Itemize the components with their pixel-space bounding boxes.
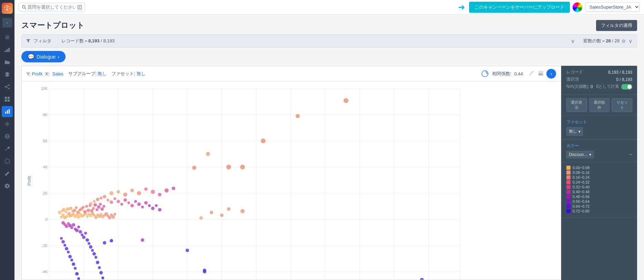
filter-apply-button[interactable]: フィルタの適用	[596, 20, 637, 31]
filter-label: フィルタ	[33, 38, 51, 44]
svg-point-16	[22, 6, 25, 8]
legend-color-swatch	[566, 170, 571, 175]
svg-point-170	[137, 203, 141, 206]
svg-point-184	[158, 193, 161, 196]
facet-select-arrow: ▾	[578, 129, 581, 134]
colorwheel-icon[interactable]	[573, 2, 582, 12]
sidebar-icon-edit[interactable]	[2, 168, 13, 179]
vars-info: 変数の数＝28 / 28	[583, 38, 620, 44]
svg-point-175	[155, 204, 158, 207]
svg-point-158	[96, 198, 99, 201]
dialogue-button[interactable]: 💬 Dialogue ›	[21, 51, 66, 62]
facet-value[interactable]: 無し	[137, 71, 146, 77]
svg-point-101	[75, 206, 78, 209]
rp-reset-button[interactable]: リセット	[612, 98, 632, 112]
svg-text:6K: 6K	[43, 139, 48, 143]
plot-toolbar: Y: Profit X: Sales サブグループ: 無し ファセット: 無し …	[22, 66, 561, 82]
x-axis-label-prefix: X:	[45, 71, 49, 76]
search-input[interactable]	[28, 4, 76, 10]
rp-na-toggle[interactable]	[621, 84, 632, 90]
legend-item: 0.16~0.24	[566, 175, 632, 179]
svg-point-134	[89, 245, 92, 249]
sidebar-icon-hexagon[interactable]	[2, 156, 13, 167]
svg-point-183	[151, 190, 155, 194]
svg-point-145	[61, 240, 65, 243]
sidebar-icon-chart[interactable]	[2, 106, 13, 117]
svg-point-193	[420, 278, 424, 280]
vars-dropdown-button[interactable]: ∨	[628, 38, 633, 44]
sidebar-icon-wrench[interactable]	[2, 143, 13, 154]
sidebar-icon-settings2[interactable]	[2, 118, 13, 129]
search-box[interactable]	[19, 3, 85, 11]
app-logo: 🎨	[2, 3, 13, 14]
svg-point-190	[261, 138, 266, 143]
y-axis-value[interactable]: Profit	[32, 71, 42, 76]
rp-na-row: N/A(欠損数) 0 0として計算	[566, 84, 632, 90]
records-info: レコード数＝8,193 / 8,193	[61, 38, 115, 44]
svg-rect-10	[5, 100, 7, 102]
expand-button[interactable]: ›	[546, 69, 556, 79]
sidebar-icon-data[interactable]	[2, 44, 13, 55]
svg-point-140	[99, 271, 103, 274]
svg-point-114	[97, 205, 100, 209]
sidebar-icon-grid[interactable]	[2, 94, 13, 105]
plot-panel: Y: Profit X: Sales サブグループ: 無し ファセット: 無し …	[21, 66, 561, 280]
x-axis-value[interactable]: Sales	[52, 71, 63, 76]
svg-rect-11	[8, 100, 10, 102]
svg-point-3	[8, 84, 10, 86]
page-header: スマートプロット フィルタの適用	[14, 14, 644, 34]
subgroup-value[interactable]: 無し	[98, 71, 107, 77]
image-icon-button[interactable]	[537, 70, 545, 78]
rp-exclude-selection-button[interactable]: 選択除外	[589, 98, 610, 112]
vars-gear-icon[interactable]: ⚙	[622, 39, 626, 44]
upload-button[interactable]: このキャンペーンをサーバーにアップロード	[469, 2, 570, 13]
sidebar-icon-gear[interactable]	[2, 180, 13, 191]
sidebar-icon-home[interactable]: ⊞	[2, 32, 13, 43]
svg-point-186	[172, 187, 175, 190]
rp-facet-title: ファセット	[566, 119, 632, 125]
legend-item: 0.48~0.56	[566, 195, 632, 199]
svg-point-116	[100, 207, 104, 211]
search-extra-icon	[77, 5, 82, 10]
legend-color-swatch	[566, 190, 571, 194]
sidebar-icon-globe[interactable]	[2, 131, 13, 142]
color-remove-button[interactable]: −	[629, 152, 632, 158]
scatter-icon-button[interactable]	[527, 70, 535, 78]
svg-point-95	[65, 210, 67, 213]
correlation-label: 相関係数:	[492, 71, 512, 77]
sidebar-icon-layers[interactable]	[2, 69, 13, 80]
dataset-selector[interactable]: SalesSuperStore_JA	[585, 2, 640, 12]
page-title: スマートプロット	[21, 20, 85, 31]
svg-point-196	[199, 216, 203, 220]
legend-item: 0.56~0.64	[566, 199, 632, 204]
svg-point-112	[93, 203, 97, 207]
legend-range-label: 0.64~0.72	[573, 204, 589, 208]
svg-point-181	[137, 191, 141, 195]
rp-show-selection-button[interactable]: 選択表示	[566, 98, 587, 112]
svg-point-180	[130, 189, 134, 192]
svg-point-24	[532, 72, 533, 73]
refresh-icon[interactable]	[481, 70, 489, 77]
sidebar-icon-folder[interactable]	[2, 56, 13, 68]
svg-point-178	[117, 190, 120, 194]
rp-record-value: 8,193 / 8,193	[608, 70, 632, 75]
svg-point-115	[99, 203, 102, 206]
sidebar-toggle[interactable]: ›	[2, 18, 12, 28]
svg-point-185	[165, 188, 169, 193]
svg-rect-8	[5, 97, 7, 99]
svg-point-188	[226, 165, 231, 169]
svg-line-7	[6, 87, 8, 88]
legend-range-label: 0.56~0.64	[573, 199, 589, 204]
svg-point-70	[77, 215, 80, 219]
legend-range-label: 0.72~0.80	[573, 209, 589, 213]
svg-point-90	[111, 215, 115, 219]
svg-point-177	[109, 191, 113, 195]
sidebar-icon-share[interactable]	[2, 81, 13, 92]
subgroup-label: サブグループ:	[68, 71, 97, 77]
filter-dropdown-button[interactable]: ∨	[571, 38, 575, 44]
facet-select-box[interactable]: 無し ▾	[566, 127, 583, 136]
color-select-box[interactable]: Discoun… ▾	[566, 151, 594, 158]
legend-list: 0.00~0.08 0.08~0.16 0.16~0.24 0.24~0.32 …	[566, 166, 632, 213]
svg-point-199	[227, 207, 230, 211]
svg-point-168	[130, 204, 134, 207]
